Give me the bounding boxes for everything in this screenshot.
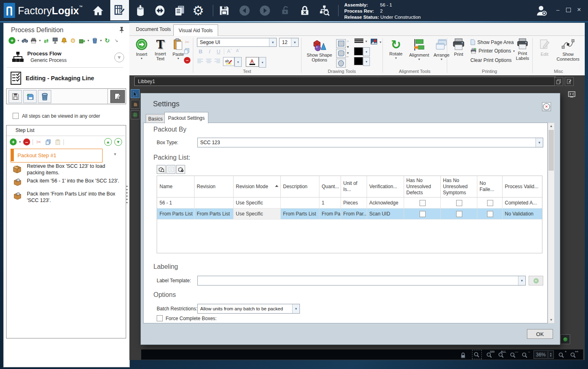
chevron-down-icon[interactable]: ▾ [259, 57, 266, 68]
window-close-button[interactable]: × [575, 6, 584, 14]
delete-icon[interactable]: – [184, 57, 190, 64]
col-unit[interactable]: Unit of Is... [341, 176, 367, 198]
bell-icon[interactable] [61, 37, 68, 44]
transfer-icon[interactable]: ⇄ [43, 37, 50, 44]
documents-button[interactable] [173, 4, 186, 18]
dialog-close-button[interactable]: ✕ [542, 102, 551, 111]
bold-button[interactable]: B [197, 48, 204, 55]
zoom-in-icon[interactable]: + [558, 351, 566, 358]
fit-screen-icon[interactable] [568, 91, 575, 99]
delete-process-button[interactable] [38, 90, 51, 103]
chevron-down-icon[interactable]: ▾ [291, 38, 298, 46]
line-color-picker[interactable]: ▾ [354, 47, 370, 56]
force-complete-checkbox[interactable] [157, 315, 163, 321]
document-name-field[interactable]: Libbey1 [134, 77, 556, 86]
packing-list-row-selected[interactable]: From Parts List From Parts List Use Spec… [157, 209, 542, 220]
ok-button[interactable]: OK [527, 329, 553, 339]
copy-icon[interactable] [184, 48, 190, 55]
back-button[interactable] [238, 4, 251, 18]
zoom-all-icon[interactable]: ALL [498, 351, 505, 358]
highlight-color-picker[interactable]: ab ▾ [223, 57, 242, 67]
underline-button[interactable]: U [215, 48, 222, 55]
align-center-icon[interactable] [205, 58, 212, 64]
unlock-button[interactable] [278, 4, 292, 18]
add-step-icon[interactable]: + [10, 138, 17, 145]
scroll-up-icon[interactable]: ▲ [346, 39, 350, 43]
scroll-down-icon[interactable]: ▼ [346, 45, 350, 49]
force-complete-option[interactable]: Force Complete Boxes: [157, 315, 216, 321]
save-button[interactable] [217, 4, 231, 18]
save-as-button[interactable] [23, 90, 37, 103]
packout-button[interactable] [133, 4, 147, 18]
copy-icon[interactable] [45, 138, 52, 145]
pin-icon[interactable] [119, 26, 125, 34]
show-page-area-button[interactable]: Show Page Area [470, 39, 514, 45]
image-insert-picker[interactable]: ▾ [370, 38, 381, 46]
expand-process-flow-button[interactable]: ▼ [114, 53, 124, 62]
logout-user-button[interactable] [535, 4, 549, 18]
italic-button[interactable]: I [206, 48, 213, 55]
col-verification[interactable]: Verification... [367, 176, 404, 198]
rotate-button[interactable]: ↻ Rotate ▾ [387, 38, 405, 60]
chevron-down-icon[interactable]: ▾ [269, 38, 276, 46]
edit-button-disabled[interactable]: Edit [536, 38, 553, 57]
arrange-button[interactable]: Arrange ▾ [432, 38, 451, 61]
rounded-rectangle-shape-button[interactable] [336, 49, 346, 58]
paste-icon[interactable] [54, 138, 61, 145]
home-button[interactable] [91, 4, 105, 18]
tab-document-tools[interactable]: Document Tools [131, 24, 176, 34]
forward-button[interactable] [258, 4, 272, 18]
alignment-button[interactable]: Alignment ▾ [408, 38, 431, 61]
packing-list-row[interactable]: 56 - 1 Use Specific 1 Pieces Acknowledge… [157, 198, 542, 209]
defects-checkbox[interactable] [420, 200, 426, 206]
scrollbar-thumb[interactable] [549, 130, 554, 171]
chevron-down-icon[interactable]: ▾ [363, 47, 370, 56]
save-process-button[interactable] [9, 90, 22, 103]
gallery-more-icon[interactable]: ▼─ [346, 51, 350, 59]
label-template-select[interactable]: ▾ [197, 276, 526, 286]
lock-zoom-icon[interactable] [460, 351, 468, 358]
process-audit-button[interactable] [317, 4, 331, 18]
insert-text-button[interactable]: T Insert Text [151, 38, 169, 61]
export-icon[interactable] [79, 37, 85, 44]
edit-mode-button[interactable] [110, 90, 125, 103]
splitter-grip[interactable] [126, 186, 128, 204]
select-tool-button[interactable] [131, 89, 140, 98]
col-has-no-unresolved-defects[interactable]: Has No Unresolved Defects [404, 176, 440, 198]
shrink-font-button[interactable]: Aˊ [236, 48, 240, 53]
step-chevron-icon[interactable]: ▾ [114, 152, 116, 157]
font-color-picker[interactable]: A ▾ [246, 57, 266, 68]
insert-button[interactable]: Insert ▾ [133, 38, 151, 60]
canvas-edit-button[interactable] [565, 77, 574, 86]
binoculars-icon[interactable] [21, 37, 28, 44]
print-button[interactable]: Print [450, 38, 467, 57]
active-step-item[interactable]: Packout Step #1 [11, 149, 103, 163]
no-failed-checkbox[interactable] [487, 200, 493, 206]
step-activity[interactable]: Pack item 'From Parts List' into the Box… [27, 191, 120, 204]
edit-list-button-disabled[interactable] [166, 165, 175, 174]
col-has-no-unresolved-symptoms[interactable]: Has No Unresolved Symptoms [440, 176, 477, 198]
presentation-icon[interactable] [52, 37, 59, 44]
tab-visual-aid-tools[interactable]: Visual Aid Tools [173, 24, 218, 36]
scroll-down-icon[interactable]: ▼ [548, 317, 554, 323]
add-icon[interactable]: + [9, 37, 15, 44]
settings-gear-button[interactable]: ⚙ [191, 4, 205, 18]
zoom-100-icon[interactable]: 100 [486, 351, 494, 358]
canvas-copy-button[interactable] [554, 77, 563, 86]
col-process-validation[interactable]: Process Valid... [502, 176, 542, 198]
rectangle-shape-button[interactable] [336, 39, 346, 48]
record-indicator-button[interactable] [560, 334, 570, 344]
zoom-in-fast-icon[interactable]: ++ [570, 351, 577, 358]
zoom-out-fast-icon[interactable]: –– [510, 351, 517, 358]
tab-basics[interactable]: Basics [146, 114, 165, 123]
any-order-option[interactable]: All steps can be viewed in any order [13, 113, 100, 119]
add-label-template-button[interactable]: + [529, 276, 543, 286]
col-no-failed[interactable]: No Faile... [477, 176, 502, 198]
col-name[interactable]: Name [157, 176, 194, 198]
zoom-out-icon[interactable]: – [522, 351, 529, 358]
window-maximize-button[interactable] [564, 6, 573, 14]
show-shape-options-button[interactable]: Show Shape Options [304, 38, 334, 62]
process-designer-button-active[interactable] [110, 0, 129, 20]
expand-corner-icon[interactable]: ↘ [113, 37, 120, 44]
remove-step-icon[interactable]: – [23, 138, 30, 145]
